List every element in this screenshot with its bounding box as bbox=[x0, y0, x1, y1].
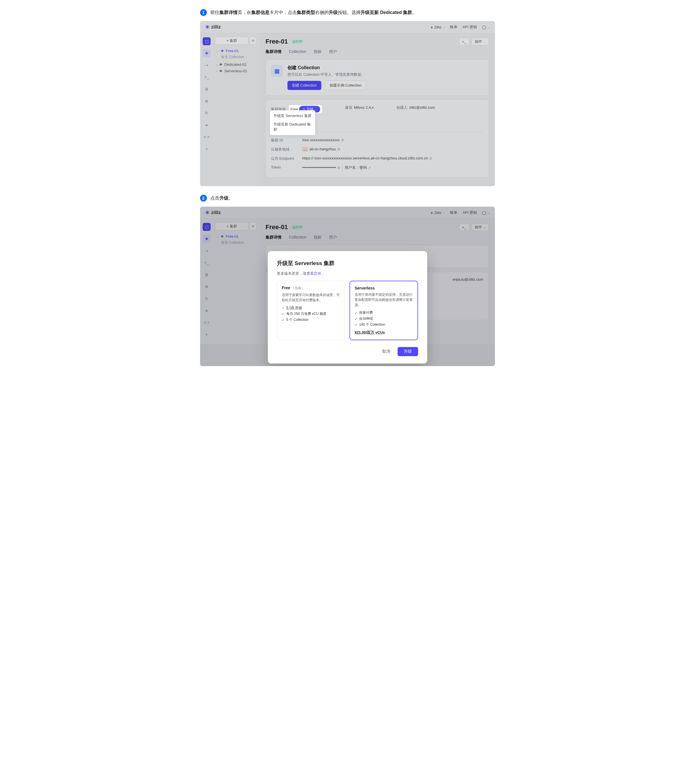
dropdown-upgrade-dedicated[interactable]: 升级至新 Dedicated 集群 bbox=[270, 120, 315, 134]
step-2-heading: 2 点击升级。 bbox=[200, 195, 495, 201]
actions-button[interactable]: 操作 ⌄ bbox=[472, 38, 489, 45]
modal-subtitle: 更多版本差异，请查看定价。 bbox=[277, 271, 418, 276]
copy-cluster-id[interactable]: ⧉ bbox=[341, 138, 344, 142]
endpoint-label: 公共 Endpoint bbox=[271, 156, 302, 161]
logo-icon: ✳ bbox=[205, 24, 209, 30]
upgrade-dropdown: 升级至 Serverless 集群 升级至新 Dedicated 集群 bbox=[270, 110, 315, 135]
region-value: ali-cn-hangzhou bbox=[310, 147, 336, 151]
terminal-button[interactable]: >_ bbox=[459, 38, 469, 45]
org-selector[interactable]: ⎈ Zilliz ⌄ bbox=[431, 25, 445, 29]
copy-token[interactable]: ⧉ bbox=[338, 166, 340, 170]
tabs: 集群详情 Collection 指标 用户 bbox=[265, 48, 489, 56]
rail-history-icon[interactable]: ↻ bbox=[203, 109, 211, 117]
token-value: •••••••••••••••••••••••••• bbox=[302, 165, 336, 170]
check-icon: ✓ bbox=[355, 311, 357, 315]
creator-label: 创建人 bbox=[397, 105, 408, 110]
creator-value: zilliz@zilliz.com bbox=[409, 105, 435, 110]
step-1-number: 1 bbox=[200, 9, 207, 16]
step-2-text: 点击升级。 bbox=[210, 195, 233, 201]
screenshot-2: ✳zilliz ⎈ Zilliz ⌄ 账单 API 密钥 ◯ ⌄ ▢ ❖ ⇢ >… bbox=[200, 207, 495, 366]
copy-region[interactable]: ⧉ bbox=[338, 147, 340, 151]
rail-code-icon[interactable]: <·> bbox=[203, 133, 211, 141]
add-cluster-button[interactable]: + 集群 bbox=[215, 37, 249, 45]
logo: ✳ zilliz bbox=[205, 24, 221, 30]
api-key-link[interactable]: API 密钥 bbox=[463, 25, 477, 30]
create-collection-title: 创建 Collection bbox=[287, 65, 366, 71]
cluster-title: Free-01 bbox=[265, 38, 288, 45]
plan-serverless-card[interactable]: Serverless 适用于查询量不固定的应用，无需进行复杂配置即可自动根据业务… bbox=[349, 281, 418, 340]
rail-terminal-icon[interactable]: >_ bbox=[203, 73, 211, 81]
serverless-price: ¥21.00/百万 vCUs bbox=[355, 330, 413, 335]
tree-empty-collection: 暂无 Collection bbox=[215, 54, 258, 61]
user-menu[interactable]: ◯ ⌄ bbox=[482, 25, 490, 29]
dropdown-upgrade-serverless[interactable]: 升级至 Serverless 集群 bbox=[270, 112, 315, 120]
cluster-id-value: inxx-xxxxxxxxxxxxxxxx bbox=[302, 138, 339, 142]
tab-metrics[interactable]: 指标 bbox=[314, 48, 321, 56]
rail-import-icon[interactable]: ⊕ bbox=[203, 97, 211, 105]
copy-endpoint[interactable]: ⧉ bbox=[430, 156, 432, 160]
rail-settings-icon[interactable]: ⌖ bbox=[203, 145, 211, 153]
rail-pipeline-icon[interactable]: ⇢ bbox=[203, 61, 211, 69]
tab-users[interactable]: 用户 bbox=[329, 48, 337, 56]
create-collection-button[interactable]: 创建 Collection bbox=[287, 81, 321, 90]
billing-link[interactable]: 账单 bbox=[450, 25, 457, 30]
upgrade-modal: 升级至 Serverless 集群 更多版本差异，请查看定价。 Free （当前… bbox=[268, 251, 427, 364]
token-label: Token bbox=[271, 165, 302, 170]
tab-collection[interactable]: Collection bbox=[289, 48, 306, 56]
create-sample-collection-button[interactable]: 创建示例 Collection bbox=[325, 81, 367, 90]
region-provider-icon: [-] bbox=[302, 147, 308, 151]
region-label: 云服务地域 bbox=[271, 147, 302, 152]
rail-nav: ▢ ❖ ⇢ >_ 🗎 ⊕ ↻ ᚑ <·> ⌖ bbox=[200, 33, 213, 186]
check-icon: ✓ bbox=[282, 318, 285, 322]
rail-users-icon[interactable]: ᚑ bbox=[203, 121, 211, 129]
modal-upgrade-button[interactable]: 升级 bbox=[398, 347, 418, 356]
rail-doc-icon[interactable]: 🗎 bbox=[203, 85, 211, 93]
check-icon: ✓ bbox=[282, 312, 285, 316]
check-icon: ✓ bbox=[355, 323, 357, 327]
check-icon: ✓ bbox=[355, 317, 357, 321]
refresh-tree-button[interactable]: ⟳ bbox=[250, 37, 257, 45]
step-1-heading: 1 前往集群详情页，在集群信息卡片中，点击集群类型右侧的升级按钮。选择升级至新 … bbox=[200, 9, 495, 16]
tree-item-free01[interactable]: ⌄ ❖ Free-01 bbox=[215, 48, 258, 54]
modal-title: 升级至 Serverless 集群 bbox=[277, 260, 418, 267]
check-icon: ✓ bbox=[282, 306, 285, 310]
rail-clusters-icon[interactable]: ❖ bbox=[203, 49, 211, 57]
pricing-link[interactable]: 查看定价 bbox=[306, 271, 321, 275]
token-user-label: 用户名：密码 bbox=[345, 165, 367, 170]
rail-dashboard-icon[interactable]: ▢ bbox=[203, 37, 211, 45]
endpoint-value: https:// inxx-xxxxxxxxxxxxxxxx.serverles… bbox=[302, 156, 428, 160]
compat-label: 兼容 bbox=[345, 105, 352, 110]
status-badge: 运行中 bbox=[291, 39, 304, 44]
plan-free-card[interactable]: Free （当前） 适用于探索学习向量数据库的场景，可轻松升级至其他付费版本。 … bbox=[277, 281, 345, 340]
collection-icon: ▦ bbox=[271, 65, 283, 77]
modal-cancel-button[interactable]: 取消 bbox=[378, 347, 394, 356]
compat-value: Milvus 2.4.x bbox=[354, 105, 374, 110]
topbar: ✳ zilliz ⎈ Zilliz ⌄ 账单 API 密钥 ◯ ⌄ bbox=[200, 21, 495, 33]
screenshot-1: ✳ zilliz ⎈ Zilliz ⌄ 账单 API 密钥 ◯ ⌄ ▢ ❖ ⇢ … bbox=[200, 21, 495, 186]
tree-item-serverless01[interactable]: › ❖ Serverless-01 bbox=[215, 68, 258, 74]
cluster-tree-panel: + 集群 ⟳ ⌄ ❖ Free-01 暂无 Collection › ❖ Ded… bbox=[213, 33, 259, 186]
modal-backdrop: 升级至 Serverless 集群 更多版本差异，请查看定价。 Free （当前… bbox=[200, 207, 495, 366]
external-link-icon[interactable]: ↗ bbox=[368, 166, 371, 170]
brand-text: zilliz bbox=[211, 25, 221, 30]
create-collection-card: ▦ 创建 Collection 您可以在 Collection 中导入、管理及查… bbox=[265, 59, 489, 96]
cluster-info-card: 集群版本 Free ⇧ 升级 ⌄ 兼容Milvus 2.4.x 创建人zilli… bbox=[265, 100, 489, 178]
cluster-id-label: 集群 ID bbox=[271, 138, 302, 143]
step-2-number: 2 bbox=[200, 195, 207, 201]
main-content: Free-01 运行中 >_ 操作 ⌄ 集群详情 Collection 指标 用… bbox=[259, 33, 495, 186]
tree-item-dedicated01[interactable]: › ❖ Dedicated-01 bbox=[215, 61, 258, 68]
tab-details[interactable]: 集群详情 bbox=[265, 48, 282, 56]
step-1-text: 前往集群详情页，在集群信息卡片中，点击集群类型右侧的升级按钮。选择升级至新 De… bbox=[210, 9, 417, 16]
create-collection-sub: 您可以在 Collection 中导入、管理及查询数据。 bbox=[287, 72, 366, 77]
